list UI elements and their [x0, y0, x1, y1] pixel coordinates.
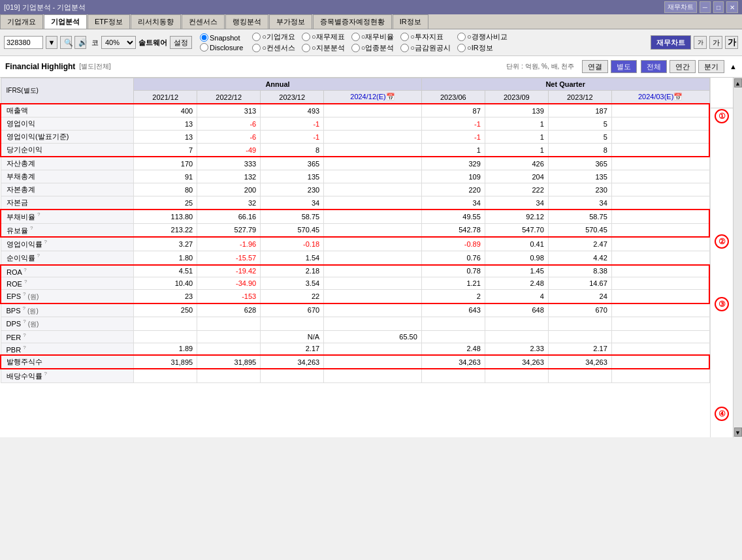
cell-r15-c6: 670 [548, 303, 611, 317]
cell-r10-c3 [324, 237, 422, 251]
opt-company-overview[interactable]: ○기업개요 [252, 32, 295, 42]
cell-r14-c7 [611, 289, 709, 303]
snapshot-radio-label[interactable]: Snapshot [200, 33, 243, 42]
cell-r5-c4: 109 [421, 170, 485, 183]
disclosure-radio[interactable] [200, 43, 208, 52]
table-row: DPS ? (원) [1, 317, 709, 331]
tab-etf[interactable]: ETF정보 [88, 14, 130, 29]
period-quarterly-btn[interactable]: 분기 [698, 60, 724, 73]
cell-r10-c1: -1.96 [197, 237, 261, 251]
cell-r3-c4: 1 [421, 144, 485, 157]
scroll-up[interactable]: ▲ [734, 78, 742, 87]
row-label-0: 매출액 [1, 104, 134, 117]
search-button[interactable]: ▼ [46, 36, 57, 49]
tab-research[interactable]: 리서치동향 [131, 14, 181, 29]
annot-row-6 [711, 202, 733, 218]
opt-stake[interactable]: ○지분분석 [302, 43, 345, 53]
cell-r9-c3 [324, 223, 422, 237]
cell-r19-c7 [611, 355, 709, 369]
cell-r15-c3 [324, 303, 422, 317]
annual-header: Annual [134, 78, 422, 91]
opt-fss[interactable]: ○금감원공시 [400, 43, 451, 53]
lookup-button[interactable]: 🔍 [60, 36, 72, 49]
disclosure-radio-label[interactable]: Disclosure [200, 43, 243, 52]
cell-r7-c1: 32 [197, 196, 261, 210]
cell-r7-c6: 34 [548, 196, 611, 210]
zoom-select[interactable]: 40% 60% 80% 100% [101, 36, 136, 49]
tab-rights[interactable]: 증목별증자예정현황 [313, 14, 392, 29]
cell-r3-c3 [324, 144, 422, 157]
scroll-up-btn[interactable]: ▲ [730, 63, 737, 70]
table-row: PER ?N/A65.50 [1, 330, 709, 343]
tab-extra[interactable]: 부가정보 [269, 14, 312, 29]
minimize-button[interactable]: ─ [700, 1, 711, 13]
tab-ranking[interactable]: 랭킹분석 [225, 14, 268, 29]
font-medium-button[interactable]: 가 [709, 36, 722, 49]
cell-r14-c1: -153 [197, 289, 261, 303]
tab-company-overview[interactable]: 기업개요 [0, 14, 43, 29]
period-separate-btn[interactable]: 별도 [611, 60, 637, 73]
col-q-2312: 2023/12 [548, 91, 611, 104]
opt-investment[interactable]: ○투자지표 [400, 32, 451, 42]
stock-code-input[interactable] [4, 36, 43, 49]
cell-r17-c2: N/A [261, 330, 324, 343]
cell-r11-c2: 1.54 [261, 251, 324, 264]
close-button[interactable]: ✕ [726, 1, 738, 13]
period-annual-btn[interactable]: 연간 [669, 60, 696, 73]
cell-r7-c4: 34 [421, 196, 485, 210]
cell-r16-c3 [324, 317, 422, 331]
cell-r13-c5: 2.48 [485, 277, 548, 290]
table-row: 배당수익률 ? [1, 369, 709, 382]
table-row: ROE ?10.40-34.903.541.212.4814.67 [1, 277, 709, 290]
cell-r3-c5: 1 [485, 144, 548, 157]
table-container: IFRS(별도) Annual Net Quarter 2021/12 2022… [0, 78, 710, 437]
row-label-19: 발행주식수 [1, 355, 134, 369]
cell-r20-c4 [421, 369, 485, 382]
app-window: [019] 기업분석 - 기업분석 재무차트 ─ □ ✕ 기업개요 기업분석 E… [0, 0, 742, 437]
sound-button[interactable]: 🔊 [74, 36, 86, 49]
opt-consensus[interactable]: ○컨센서스 [252, 43, 295, 53]
cell-r20-c0 [134, 369, 197, 382]
chart-button[interactable]: 재무차트 [664, 1, 697, 13]
opt-competitor[interactable]: ○경쟁사비교 [457, 32, 508, 42]
cell-r4-c6: 365 [548, 157, 611, 170]
settings-button[interactable]: 설정 [170, 36, 192, 49]
font-small-button[interactable]: 가 [694, 36, 707, 49]
cell-r8-c5: 92.12 [485, 210, 548, 223]
tab-bar: 기업개요 기업분석 ETF정보 리서치동향 컨센서스 랭킹분석 부가정보 증목별… [0, 14, 742, 29]
annot-row-12: ③ [711, 296, 733, 312]
annot-row-4 [711, 171, 733, 187]
tab-company-analysis[interactable]: 기업분석 [44, 14, 87, 29]
cell-r13-c3 [324, 277, 422, 290]
row-label-9: 유보율 ? [1, 223, 134, 237]
cell-r1-c5: 1 [485, 117, 548, 131]
financial-chart-button[interactable]: 재무차트 [651, 35, 691, 50]
period-consolidated-btn[interactable]: 연결 [582, 60, 608, 73]
cell-r8-c3 [324, 210, 422, 223]
cell-r13-c1: -34.90 [197, 277, 261, 290]
cell-r5-c7 [611, 170, 709, 183]
opt-financial-ratio[interactable]: ○재무비율 [351, 32, 395, 42]
title-bar: [019] 기업분석 - 기업분석 재무차트 ─ □ ✕ [0, 0, 742, 14]
tab-consensus[interactable]: 컨센서스 [182, 14, 225, 29]
cell-r11-c3 [324, 251, 422, 264]
cell-r8-c6: 58.75 [548, 210, 611, 223]
cell-r11-c6: 4.42 [548, 251, 611, 264]
cell-r9-c0: 213.22 [134, 223, 197, 237]
cell-r4-c5: 426 [485, 157, 548, 170]
opt-ir[interactable]: ○IR정보 [457, 43, 508, 53]
vertical-scrollbar[interactable]: ▲ ▼ [733, 78, 742, 437]
scroll-down[interactable]: ▼ [734, 428, 742, 437]
period-full-btn[interactable]: 전체 [641, 60, 667, 73]
cell-r3-c0: 7 [134, 144, 197, 157]
cell-r15-c0: 250 [134, 303, 197, 317]
maximize-button[interactable]: □ [713, 1, 724, 13]
opt-sector[interactable]: ○업종분석 [351, 43, 395, 53]
snapshot-radio[interactable] [200, 33, 208, 42]
tab-ir[interactable]: IR정보 [393, 14, 428, 29]
opt-financial-statement[interactable]: ○재무제표 [302, 32, 345, 42]
cell-r16-c5 [485, 317, 548, 331]
cell-r9-c6: 570.45 [548, 223, 611, 237]
cell-r18-c4: 2.48 [421, 343, 485, 355]
font-large-button[interactable]: 가 [725, 36, 738, 49]
